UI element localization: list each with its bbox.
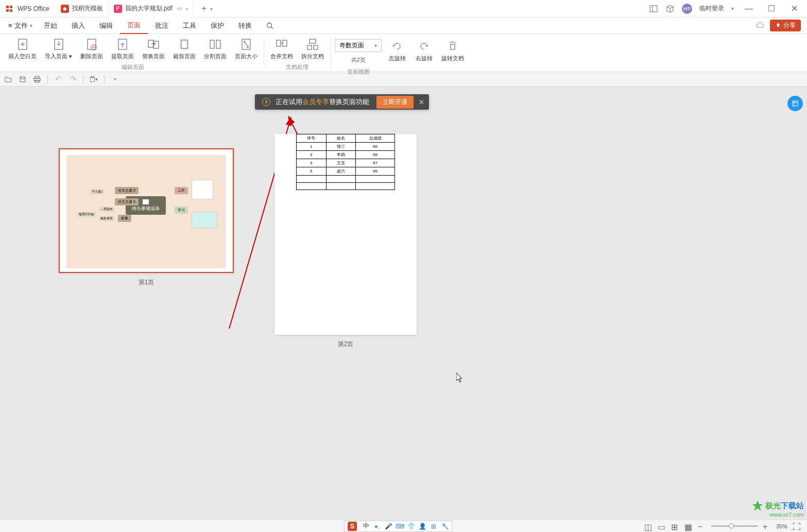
ime-grid-icon[interactable]: ⊞ [430,523,437,530]
title-bar: WPS Office ◆ 找稻壳模板 P 我的大学规划.pdf ▭ • ＋ ▾ … [0,0,807,18]
menu-search[interactable] [259,18,281,34]
avatar[interactable]: WP [682,4,692,14]
menu-protect[interactable]: 保护 [203,18,231,34]
menu-annotate[interactable]: 批注 [148,18,176,34]
ime-mic-icon[interactable]: 🎤 [385,523,392,530]
ime-person-icon[interactable]: 👤 [419,523,426,530]
app-logo-icon [5,4,14,13]
delete-page-button[interactable]: 删除页面 [76,36,107,62]
split-doc-icon [306,38,319,50]
replace-page-button[interactable]: 替换页面 [138,36,169,62]
rotate-left-button[interactable]: 左旋转 [384,38,410,64]
ime-lang[interactable]: 中 [363,522,369,530]
svg-rect-24 [451,44,455,49]
undo-icon[interactable]: ↶ [54,75,62,83]
close-button[interactable]: ✕ [786,1,802,16]
svg-rect-28 [91,77,95,82]
zoom-value[interactable]: 35% [776,523,787,529]
crop-page-icon [178,38,191,50]
cube-icon[interactable] [665,4,675,13]
ime-tool-icon[interactable]: 🔧 [441,523,449,530]
menu-page[interactable]: 页面 [120,18,148,34]
svg-rect-16 [210,40,214,48]
zoom-in-button[interactable]: + [763,522,771,530]
login-button[interactable]: 临时登录 [699,4,724,13]
import-page-button[interactable]: 导入页面 ▾ [41,36,76,62]
page-thumb-2[interactable]: 序号 姓名 总成绩 1张三80 2李四98 3王五97 5赵六99 第2页 [274,112,417,349]
print-icon[interactable] [33,75,41,83]
tab-more-icon[interactable]: • [186,6,188,12]
app-name: WPS Office [18,5,49,12]
save-icon[interactable] [19,75,27,83]
tab-readmode-icon[interactable]: ▭ [177,5,182,12]
mm-sub: 子主题1 [90,189,105,195]
rotate-right-button[interactable]: 右旋转 [410,38,437,64]
ime-emoji-icon[interactable]: 👕 [407,523,415,530]
view-mode-1-icon[interactable]: ◫ [644,522,653,530]
split-doc-button[interactable]: 拆分文档 [297,36,328,62]
page-size-button[interactable]: 页面大小 [231,36,262,62]
trial-banner: ¥ 正在试用 会员专享 替换页面功能 立即开通 ✕ [255,94,429,110]
watermark-logo-icon [752,500,763,511]
menu-convert[interactable]: 转换 [231,18,259,34]
svg-rect-32 [793,101,798,106]
share-button[interactable]: 分享 [770,20,801,31]
ribbon-group-label: 文档处理 [286,63,308,71]
login-dropdown-icon[interactable]: ▾ [731,6,734,11]
view-mode-3-icon[interactable]: ⊞ [671,522,679,530]
panel-icon[interactable] [649,4,658,13]
svg-rect-25 [35,76,39,78]
svg-rect-20 [283,40,287,46]
data-table: 序号 姓名 总成绩 1张三80 2李四98 3王五97 5赵六99 [296,134,395,190]
zoom-slider[interactable] [711,525,758,527]
svg-rect-23 [314,45,318,49]
new-tab-button[interactable]: ＋ ▾ [194,3,219,14]
rotate-doc-icon [447,40,459,53]
minimize-button[interactable]: — [741,1,757,16]
banner-close-button[interactable]: ✕ [414,94,429,110]
menu-insert[interactable]: 插入 [64,18,92,34]
menu-tools[interactable]: 工具 [176,18,203,34]
floating-action-button[interactable] [787,96,803,111]
upgrade-button[interactable]: 立即开通 [376,96,414,109]
expand-icon[interactable]: ▾ [111,75,119,83]
extract-page-icon [116,38,129,50]
ime-toolbar[interactable]: S 中 ●, 🎤 ⌨ 👕 👤 ⊞ 🔧 [344,521,452,532]
ime-keyboard-icon[interactable]: ⌨ [396,523,403,530]
file-menu[interactable]: ≡ 文件 ▾ [4,21,37,30]
view-mode-4-icon[interactable]: ▦ [684,522,693,530]
merge-doc-button[interactable]: 合并文档 [266,36,297,62]
banner-text-highlight: 会员专享 [302,97,329,107]
mm-box [192,180,213,199]
banner-text-prefix: 正在试用 [276,97,302,107]
table-row: 1张三80 [297,143,395,151]
extract-page-button[interactable]: 提取页面 [107,36,138,62]
zoom-out-button[interactable]: − [698,522,706,530]
rotate-doc-button[interactable]: 旋转文档 [437,38,468,64]
redo-icon[interactable]: ↷ [68,75,77,83]
svg-rect-0 [650,6,657,12]
table-header: 序号 [297,134,327,143]
hamburger-icon: ≡ [8,22,12,29]
open-icon[interactable] [4,75,12,83]
table-row [297,176,395,183]
insert-blank-page-button[interactable]: 插入空白页 [4,36,41,62]
maximize-button[interactable]: ☐ [764,1,779,16]
menu-edit[interactable]: 编辑 [92,18,120,34]
quick-toolbar: ↶ ↷ ▾ ▾ [0,72,807,87]
menu-start[interactable]: 开始 [37,18,64,34]
view-mode-2-icon[interactable]: ▭ [658,522,666,530]
fullscreen-icon[interactable]: ⛶ [793,522,801,530]
tab-icon-templates: ◆ [61,5,69,13]
page-filter-dropdown[interactable]: 奇数页面 ▾ [335,39,382,52]
tab-document[interactable]: P 我的大学规划.pdf ▭ • [109,0,194,18]
tab-icon-pdf: P [114,5,122,13]
ime-punct-icon[interactable]: ●, [373,523,381,530]
crop-page-button[interactable]: 裁剪页面 [169,36,200,62]
page-thumb-1[interactable]: 待办事项清单 分支主题 5 分支主题 6 工作 学习 家事 子主题1 每周六约会… [59,148,234,287]
split-page-button[interactable]: 分割页面 [200,36,231,62]
tab-templates[interactable]: ◆ 找稻壳模板 [56,0,109,18]
cloud-icon[interactable] [756,21,765,30]
paste-icon[interactable]: ▾ [90,75,98,83]
svg-rect-21 [310,39,316,43]
